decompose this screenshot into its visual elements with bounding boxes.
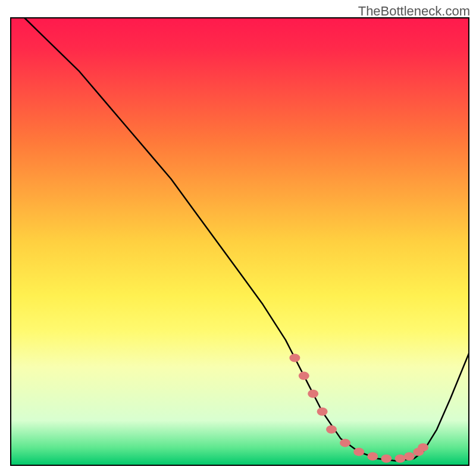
plot-area: [11, 18, 469, 465]
highlight-dot: [418, 443, 428, 452]
highlight-dot: [289, 354, 300, 362]
highlight-dot: [395, 455, 406, 463]
highlight-dot: [326, 425, 337, 434]
highlight-dot: [317, 408, 328, 416]
highlight-dot: [308, 390, 318, 398]
watermark-text: TheBottleneck.com: [358, 4, 470, 19]
chart-container: TheBottleneck.com: [0, 0, 476, 476]
highlight-dot: [353, 447, 364, 456]
gradient-background: [11, 18, 469, 465]
highlight-dot: [299, 372, 309, 380]
highlight-dot: [340, 439, 350, 447]
highlight-dot: [404, 452, 415, 461]
chart-svg: [0, 0, 476, 476]
highlight-dot: [381, 455, 392, 463]
highlight-dot: [367, 452, 378, 461]
